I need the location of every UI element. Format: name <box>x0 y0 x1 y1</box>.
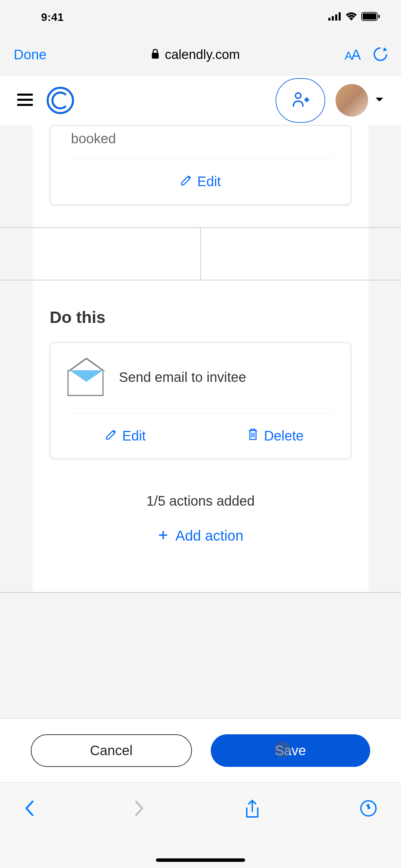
svg-rect-9 <box>17 99 33 101</box>
cellular-icon <box>328 12 341 22</box>
workflow-content: booked Edit Do this Send email to invite… <box>33 125 368 593</box>
back-button[interactable] <box>24 800 34 818</box>
add-action-label: Add action <box>175 528 243 544</box>
status-time: 9:41 <box>41 11 64 24</box>
svg-rect-7 <box>152 53 159 59</box>
workflow-connector <box>0 227 401 280</box>
svg-rect-0 <box>328 18 330 21</box>
share-button[interactable] <box>245 800 260 820</box>
plus-icon <box>158 528 169 544</box>
edit-label: Edit <box>197 174 221 189</box>
browser-url-bar: Done calendly.com AA <box>0 34 401 75</box>
svg-rect-10 <box>17 104 33 106</box>
tabs-button[interactable] <box>360 800 377 818</box>
invite-user-button[interactable] <box>276 78 325 123</box>
action-card: Send email to invitee Edit Delete <box>50 342 351 459</box>
text-size-button[interactable]: AA <box>344 47 360 63</box>
svg-point-11 <box>295 93 301 98</box>
touch-indicator <box>274 741 291 758</box>
home-indicator <box>156 858 245 862</box>
add-action-button[interactable]: Add action <box>50 528 351 578</box>
action-delete-button[interactable]: Delete <box>200 428 351 444</box>
trigger-card: booked Edit <box>50 125 351 205</box>
svg-point-13 <box>367 807 369 809</box>
do-this-heading: Do this <box>50 308 351 327</box>
svg-rect-3 <box>339 12 341 21</box>
user-avatar[interactable] <box>336 84 368 117</box>
trigger-edit-button[interactable]: Edit <box>50 159 351 204</box>
url-display[interactable]: calendly.com <box>47 47 345 62</box>
svg-rect-5 <box>363 13 376 20</box>
pencil-icon <box>105 428 117 444</box>
lock-icon <box>151 47 159 62</box>
calendly-logo[interactable] <box>47 87 74 114</box>
refresh-button[interactable] <box>374 47 387 63</box>
delete-label: Delete <box>264 428 304 444</box>
svg-rect-2 <box>335 14 337 21</box>
url-text: calendly.com <box>165 47 240 62</box>
browser-toolbar <box>0 782 401 868</box>
svg-rect-6 <box>378 15 380 18</box>
forward-button[interactable] <box>134 800 145 818</box>
cancel-button[interactable]: Cancel <box>31 734 192 767</box>
done-button[interactable]: Done <box>14 47 47 62</box>
trash-icon <box>247 428 258 444</box>
do-this-section: Do this Send email to invitee Edit <box>33 280 368 592</box>
actions-count: 1/5 actions added <box>50 493 351 509</box>
svg-rect-8 <box>17 94 33 96</box>
person-add-icon <box>292 92 309 109</box>
email-icon <box>68 358 104 396</box>
action-title: Send email to invitee <box>119 370 246 385</box>
wifi-icon <box>345 12 357 22</box>
pencil-icon <box>180 174 192 189</box>
battery-icon <box>361 12 380 22</box>
save-button[interactable]: Save <box>211 734 370 767</box>
chevron-down-icon[interactable] <box>375 97 384 104</box>
edit-label: Edit <box>122 428 146 444</box>
action-edit-button[interactable]: Edit <box>50 428 200 444</box>
status-bar: 9:41 <box>0 0 401 34</box>
menu-button[interactable] <box>17 94 33 107</box>
trigger-description-partial: booked <box>50 126 351 158</box>
app-header <box>0 75 401 125</box>
footer-buttons: Cancel Save <box>0 718 401 782</box>
status-indicators <box>328 12 380 22</box>
svg-rect-1 <box>332 16 334 21</box>
